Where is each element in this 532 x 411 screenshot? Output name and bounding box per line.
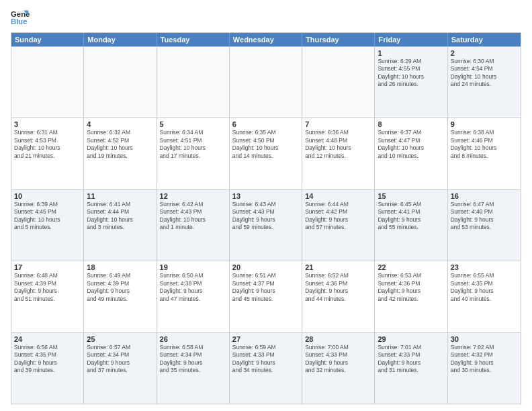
day-number: 15: [378, 192, 444, 200]
calendar-header: SundayMondayTuesdayWednesdayThursdayFrid…: [11, 33, 521, 46]
table-row: 16Sunrise: 6:47 AM Sunset: 4:40 PM Dayli…: [448, 190, 521, 261]
day-info: Sunrise: 6:29 AM Sunset: 4:55 PM Dayligh…: [378, 58, 444, 89]
day-number: 18: [87, 263, 153, 271]
day-number: 19: [160, 263, 226, 271]
day-info: Sunrise: 6:45 AM Sunset: 4:41 PM Dayligh…: [378, 201, 444, 232]
table-row: 13Sunrise: 6:43 AM Sunset: 4:43 PM Dayli…: [230, 190, 302, 261]
calendar-header-cell: Monday: [84, 33, 157, 46]
table-row: 9Sunrise: 6:38 AM Sunset: 4:46 PM Daylig…: [448, 118, 521, 189]
day-info: Sunrise: 6:52 AM Sunset: 4:36 PM Dayligh…: [305, 272, 371, 303]
day-number: 27: [232, 335, 299, 343]
day-info: Sunrise: 6:35 AM Sunset: 4:50 PM Dayligh…: [232, 129, 299, 160]
calendar-row: 10Sunrise: 6:39 AM Sunset: 4:45 PM Dayli…: [11, 189, 521, 261]
table-row: 26Sunrise: 6:58 AM Sunset: 4:34 PM Dayli…: [157, 333, 230, 404]
logo: General Blue: [11, 8, 32, 27]
table-row: 30Sunrise: 7:02 AM Sunset: 4:32 PM Dayli…: [448, 333, 521, 404]
table-row: 27Sunrise: 6:59 AM Sunset: 4:33 PM Dayli…: [230, 333, 302, 404]
day-info: Sunrise: 6:34 AM Sunset: 4:51 PM Dayligh…: [160, 129, 226, 160]
day-info: Sunrise: 6:44 AM Sunset: 4:42 PM Dayligh…: [305, 201, 371, 232]
day-number: 14: [305, 192, 371, 200]
table-row: [302, 47, 375, 118]
day-number: 8: [378, 120, 444, 128]
day-number: 17: [14, 263, 81, 271]
table-row: 21Sunrise: 6:52 AM Sunset: 4:36 PM Dayli…: [302, 261, 375, 332]
day-info: Sunrise: 6:48 AM Sunset: 4:39 PM Dayligh…: [14, 272, 81, 303]
table-row: 2Sunrise: 6:30 AM Sunset: 4:54 PM Daylig…: [448, 47, 521, 118]
day-number: 20: [232, 263, 299, 271]
table-row: 14Sunrise: 6:44 AM Sunset: 4:42 PM Dayli…: [302, 190, 375, 261]
calendar-header-cell: Saturday: [448, 33, 521, 46]
table-row: [230, 47, 302, 118]
day-number: 9: [451, 120, 518, 128]
table-row: 5Sunrise: 6:34 AM Sunset: 4:51 PM Daylig…: [157, 118, 230, 189]
day-info: Sunrise: 6:47 AM Sunset: 4:40 PM Dayligh…: [451, 201, 518, 232]
day-info: Sunrise: 6:55 AM Sunset: 4:35 PM Dayligh…: [451, 272, 518, 303]
day-info: Sunrise: 6:50 AM Sunset: 4:38 PM Dayligh…: [160, 272, 226, 303]
calendar-header-cell: Sunday: [11, 33, 84, 46]
day-number: 3: [14, 120, 81, 128]
calendar-row: 17Sunrise: 6:48 AM Sunset: 4:39 PM Dayli…: [11, 261, 521, 332]
day-number: 24: [14, 335, 81, 343]
day-info: Sunrise: 6:36 AM Sunset: 4:48 PM Dayligh…: [305, 129, 371, 160]
day-number: 2: [451, 49, 518, 57]
calendar-row: 1Sunrise: 6:29 AM Sunset: 4:55 PM Daylig…: [11, 46, 521, 118]
day-number: 6: [232, 120, 299, 128]
day-number: 29: [378, 335, 444, 343]
day-number: 16: [451, 192, 518, 200]
day-info: Sunrise: 6:41 AM Sunset: 4:44 PM Dayligh…: [87, 201, 153, 232]
day-number: 28: [305, 335, 371, 343]
day-info: Sunrise: 6:37 AM Sunset: 4:47 PM Dayligh…: [378, 129, 444, 160]
table-row: 4Sunrise: 6:32 AM Sunset: 4:52 PM Daylig…: [84, 118, 157, 189]
table-row: 22Sunrise: 6:53 AM Sunset: 4:36 PM Dayli…: [375, 261, 447, 332]
table-row: 19Sunrise: 6:50 AM Sunset: 4:38 PM Dayli…: [157, 261, 230, 332]
day-number: 11: [87, 192, 153, 200]
day-number: 12: [160, 192, 226, 200]
calendar-row: 24Sunrise: 6:56 AM Sunset: 4:35 PM Dayli…: [11, 332, 521, 404]
day-info: Sunrise: 6:58 AM Sunset: 4:34 PM Dayligh…: [160, 344, 226, 375]
table-row: 15Sunrise: 6:45 AM Sunset: 4:41 PM Dayli…: [375, 190, 447, 261]
day-info: Sunrise: 6:42 AM Sunset: 4:43 PM Dayligh…: [160, 201, 226, 232]
day-number: 23: [451, 263, 518, 271]
table-row: 25Sunrise: 6:57 AM Sunset: 4:34 PM Dayli…: [84, 333, 157, 404]
table-row: 23Sunrise: 6:55 AM Sunset: 4:35 PM Dayli…: [448, 261, 521, 332]
calendar-header-cell: Thursday: [302, 33, 375, 46]
table-row: 29Sunrise: 7:01 AM Sunset: 4:33 PM Dayli…: [375, 333, 447, 404]
calendar-header-cell: Friday: [375, 33, 447, 46]
day-info: Sunrise: 6:53 AM Sunset: 4:36 PM Dayligh…: [378, 272, 444, 303]
day-info: Sunrise: 6:49 AM Sunset: 4:39 PM Dayligh…: [87, 272, 153, 303]
day-number: 7: [305, 120, 371, 128]
day-number: 10: [14, 192, 81, 200]
table-row: 24Sunrise: 6:56 AM Sunset: 4:35 PM Dayli…: [11, 333, 84, 404]
day-number: 21: [305, 263, 371, 271]
day-info: Sunrise: 7:00 AM Sunset: 4:33 PM Dayligh…: [305, 344, 371, 375]
table-row: [84, 47, 157, 118]
day-info: Sunrise: 6:59 AM Sunset: 4:33 PM Dayligh…: [232, 344, 299, 375]
day-info: Sunrise: 7:01 AM Sunset: 4:33 PM Dayligh…: [378, 344, 444, 375]
table-row: 1Sunrise: 6:29 AM Sunset: 4:55 PM Daylig…: [375, 47, 447, 118]
table-row: 12Sunrise: 6:42 AM Sunset: 4:43 PM Dayli…: [157, 190, 230, 261]
day-info: Sunrise: 6:56 AM Sunset: 4:35 PM Dayligh…: [14, 344, 81, 375]
day-info: Sunrise: 6:30 AM Sunset: 4:54 PM Dayligh…: [451, 58, 518, 89]
table-row: 8Sunrise: 6:37 AM Sunset: 4:47 PM Daylig…: [375, 118, 447, 189]
table-row: [11, 47, 84, 118]
table-row: 11Sunrise: 6:41 AM Sunset: 4:44 PM Dayli…: [84, 190, 157, 261]
day-info: Sunrise: 6:51 AM Sunset: 4:37 PM Dayligh…: [232, 272, 299, 303]
table-row: 28Sunrise: 7:00 AM Sunset: 4:33 PM Dayli…: [302, 333, 375, 404]
calendar-row: 3Sunrise: 6:31 AM Sunset: 4:53 PM Daylig…: [11, 118, 521, 189]
day-number: 22: [378, 263, 444, 271]
table-row: 18Sunrise: 6:49 AM Sunset: 4:39 PM Dayli…: [84, 261, 157, 332]
table-row: 17Sunrise: 6:48 AM Sunset: 4:39 PM Dayli…: [11, 261, 84, 332]
table-row: [157, 47, 230, 118]
svg-text:Blue: Blue: [11, 17, 28, 26]
page-header: General Blue: [11, 8, 521, 27]
day-number: 25: [87, 335, 153, 343]
day-info: Sunrise: 6:31 AM Sunset: 4:53 PM Dayligh…: [14, 129, 81, 160]
table-row: 3Sunrise: 6:31 AM Sunset: 4:53 PM Daylig…: [11, 118, 84, 189]
day-number: 5: [160, 120, 226, 128]
table-row: 10Sunrise: 6:39 AM Sunset: 4:45 PM Dayli…: [11, 190, 84, 261]
day-info: Sunrise: 6:57 AM Sunset: 4:34 PM Dayligh…: [87, 344, 153, 375]
calendar-header-cell: Tuesday: [157, 33, 230, 46]
table-row: 20Sunrise: 6:51 AM Sunset: 4:37 PM Dayli…: [230, 261, 302, 332]
day-info: Sunrise: 6:32 AM Sunset: 4:52 PM Dayligh…: [87, 129, 153, 160]
day-number: 1: [378, 49, 444, 57]
